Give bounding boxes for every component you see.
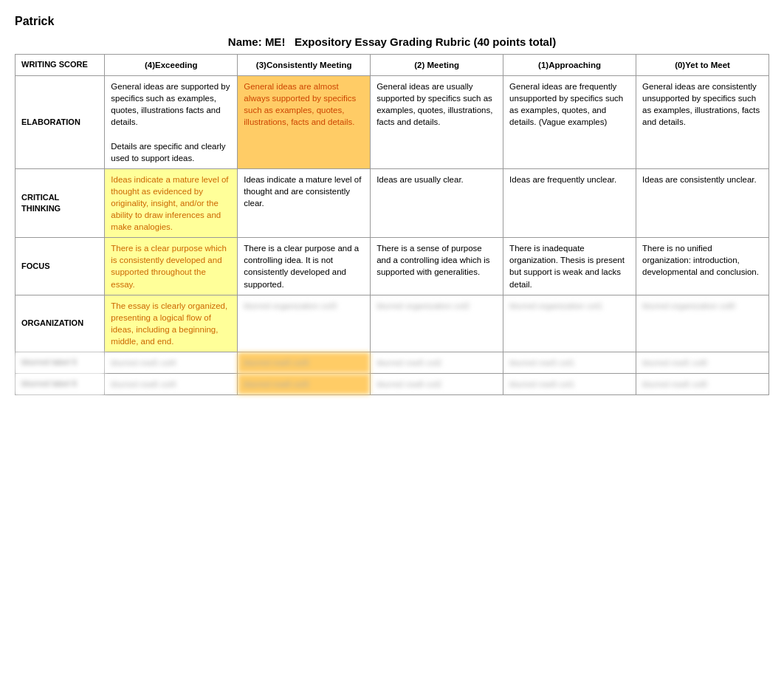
cell-row5-col1: blurred row5 col1 bbox=[503, 352, 636, 373]
cell-focus-col1: There is inadequate organization. Thesis… bbox=[503, 238, 636, 295]
table-row: ORGANIZATIONThe essay is clearly organiz… bbox=[16, 295, 769, 352]
cell-row6-col1: blurred row6 col1 bbox=[503, 374, 636, 395]
header-col3: (3)Consistently Meeting bbox=[238, 55, 371, 76]
table-row: ELABORATIONGeneral ideas are supported b… bbox=[16, 76, 769, 169]
table-row: blurred label 5blurred row5 col4blurred … bbox=[16, 352, 769, 373]
row-label-focus: FOCUS bbox=[16, 238, 105, 295]
cell-focus-col0: There is no unified organization: introd… bbox=[636, 238, 769, 295]
row-label-elaboration: ELABORATION bbox=[16, 76, 105, 169]
cell-row5-col4: blurred row5 col4 bbox=[105, 352, 238, 373]
cell-focus-col3: There is a clear purpose and a controlli… bbox=[238, 238, 371, 295]
header-col0: (0)Yet to Meet bbox=[636, 55, 769, 76]
row-label-row5: blurred label 5 bbox=[16, 352, 105, 373]
cell-organization-col2: blurred organization col2 bbox=[371, 295, 503, 352]
cell-row5-col0: blurred row5 col0 bbox=[636, 352, 769, 373]
row-label-organization: ORGANIZATION bbox=[16, 295, 105, 352]
cell-elaboration-col1: General ideas are frequently unsupported… bbox=[503, 76, 636, 169]
cell-row6-col3: blurred row6 col3 bbox=[238, 374, 371, 395]
table-row: CRITICAL THINKINGIdeas indicate a mature… bbox=[16, 168, 769, 237]
rubric-table: WRITING SCORE (4)Exceeding (3)Consistent… bbox=[15, 54, 769, 395]
table-row: blurred label 6blurred row6 col4blurred … bbox=[16, 374, 769, 395]
cell-row5-col2: blurred row5 col2 bbox=[371, 352, 503, 373]
cell-row6-col2: blurred row6 col2 bbox=[371, 374, 503, 395]
cell-focus-col2: There is a sense of purpose and a contro… bbox=[371, 238, 503, 295]
title-main: Expository Essay Grading Rubric (40 poin… bbox=[295, 35, 556, 48]
header-col2: (2) Meeting bbox=[371, 55, 503, 76]
table-row: FOCUSThere is a clear purpose which is c… bbox=[16, 238, 769, 295]
cell-organization-col4: The essay is clearly organized, presenti… bbox=[105, 295, 238, 352]
cell-organization-col1: blurred organization col1 bbox=[503, 295, 636, 352]
cell-critical-thinking-col0: Ideas are consistently unclear. bbox=[636, 168, 769, 237]
title-prefix: Name: ME! bbox=[228, 35, 286, 48]
cell-critical-thinking-col3: Ideas indicate a mature level of thought… bbox=[238, 168, 371, 237]
cell-critical-thinking-col1: Ideas are frequently unclear. bbox=[503, 168, 636, 237]
row-label-row6: blurred label 6 bbox=[16, 374, 105, 395]
cell-row5-col3: blurred row5 col3 bbox=[238, 352, 371, 373]
cell-elaboration-col0: General ideas are consistently unsupport… bbox=[636, 76, 769, 169]
rubric-title: Name: ME! Expository Essay Grading Rubri… bbox=[15, 35, 769, 48]
cell-organization-col3: blurred organization col3 bbox=[238, 295, 371, 352]
header-col1: (1)Approaching bbox=[503, 55, 636, 76]
cell-elaboration-col3: General ideas are almost always supporte… bbox=[238, 76, 371, 169]
header-col4: (4)Exceeding bbox=[105, 55, 238, 76]
cell-elaboration-col2: General ideas are usually supported by s… bbox=[371, 76, 503, 169]
row-label-critical-thinking: CRITICAL THINKING bbox=[16, 168, 105, 237]
cell-critical-thinking-col4: Ideas indicate a mature level of thought… bbox=[105, 168, 238, 237]
cell-organization-col0: blurred organization col0 bbox=[636, 295, 769, 352]
cell-row6-col0: blurred row6 col0 bbox=[636, 374, 769, 395]
cell-critical-thinking-col2: Ideas are usually clear. bbox=[371, 168, 503, 237]
cell-focus-col4: There is a clear purpose which is consis… bbox=[105, 238, 238, 295]
cell-elaboration-col4: General ideas are supported by specifics… bbox=[105, 76, 238, 169]
header-score: WRITING SCORE bbox=[16, 55, 105, 76]
student-name: Patrick bbox=[15, 15, 769, 28]
cell-row6-col4: blurred row6 col4 bbox=[105, 374, 238, 395]
